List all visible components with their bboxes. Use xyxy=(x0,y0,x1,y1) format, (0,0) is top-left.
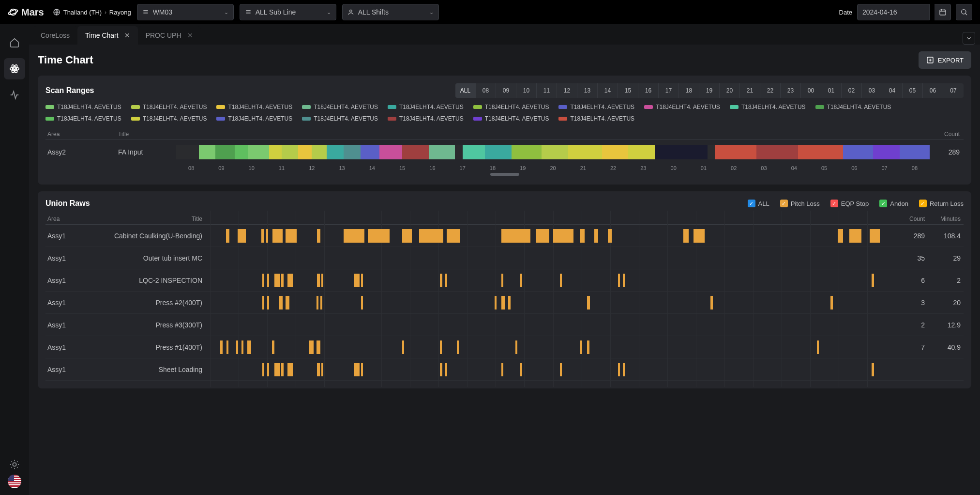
scan-segment[interactable] xyxy=(873,145,899,159)
loss-segment[interactable] xyxy=(440,274,443,287)
hour-button-03[interactable]: 03 xyxy=(862,83,882,98)
loss-segment[interactable] xyxy=(520,274,522,287)
scan-segment[interactable] xyxy=(455,145,463,159)
scan-segment[interactable] xyxy=(463,145,485,159)
breadcrumb-factory[interactable]: Rayong xyxy=(109,9,131,16)
loss-segment[interactable] xyxy=(272,229,283,243)
loss-segment[interactable] xyxy=(495,296,497,309)
loss-segment[interactable] xyxy=(445,274,447,287)
loss-segment[interactable] xyxy=(321,363,323,376)
hour-button-07[interactable]: 07 xyxy=(943,83,964,98)
loss-segment[interactable] xyxy=(872,363,874,376)
hour-button-19[interactable]: 19 xyxy=(699,83,720,98)
hour-button-ALL[interactable]: ALL xyxy=(455,83,476,98)
legend-item[interactable]: T18J4ELHT4. AEVETUS xyxy=(473,104,549,110)
close-icon[interactable]: ✕ xyxy=(124,31,130,39)
scan-segment[interactable] xyxy=(235,145,248,159)
filter-checkbox[interactable]: ✓ALL xyxy=(748,200,769,207)
filter-checkbox[interactable]: ✓Return Loss xyxy=(919,200,964,207)
legend-item[interactable]: T18J4ELHT4. AEVETUS xyxy=(730,104,806,110)
scan-segment[interactable] xyxy=(602,145,628,159)
legend-item[interactable]: T18J4ELHT4. AEVETUS xyxy=(302,115,378,122)
scan-segment[interactable] xyxy=(485,145,511,159)
scan-segment[interactable] xyxy=(269,145,282,159)
loss-segment[interactable] xyxy=(553,229,574,243)
sidebar-item-atom[interactable] xyxy=(4,58,25,79)
legend-item[interactable]: T18J4ELHT4. AEVETUS xyxy=(558,104,634,110)
scan-bar-track[interactable] xyxy=(176,145,930,159)
loss-segment[interactable] xyxy=(623,363,625,376)
row-track[interactable] xyxy=(210,296,896,309)
legend-item[interactable]: T18J4ELHT4. AEVETUS xyxy=(302,104,378,110)
hour-button-18[interactable]: 18 xyxy=(679,83,699,98)
scan-segment[interactable] xyxy=(568,145,602,159)
loss-segment[interactable] xyxy=(587,296,590,309)
loss-segment[interactable] xyxy=(267,363,269,376)
loss-segment[interactable] xyxy=(560,363,562,376)
row-track[interactable] xyxy=(210,229,896,243)
language-flag[interactable] xyxy=(8,475,21,488)
loss-segment[interactable] xyxy=(515,340,517,354)
loss-segment[interactable] xyxy=(520,363,522,376)
scan-segment[interactable] xyxy=(248,145,269,159)
loss-segment[interactable] xyxy=(447,229,460,243)
loss-segment[interactable] xyxy=(247,340,252,354)
loss-segment[interactable] xyxy=(440,363,443,376)
tab-procuph[interactable]: PROC UPH✕ xyxy=(138,26,201,45)
scan-segment[interactable] xyxy=(312,145,327,159)
legend-item[interactable]: T18J4ELHT4. AEVETUS xyxy=(45,104,121,110)
loss-segment[interactable] xyxy=(226,340,228,354)
scan-segment[interactable] xyxy=(798,145,843,159)
legend-item[interactable]: T18J4ELHT4. AEVETUS xyxy=(45,115,121,122)
loss-segment[interactable] xyxy=(321,274,323,287)
hour-button-11[interactable]: 11 xyxy=(537,83,557,98)
hour-button-14[interactable]: 14 xyxy=(598,83,618,98)
loss-segment[interactable] xyxy=(361,363,363,376)
hour-button-13[interactable]: 13 xyxy=(577,83,598,98)
loss-segment[interactable] xyxy=(501,274,503,287)
loss-segment[interactable] xyxy=(220,340,222,354)
date-input[interactable]: 2024-04-16 xyxy=(857,4,930,20)
loss-segment[interactable] xyxy=(286,296,290,309)
loss-segment[interactable] xyxy=(694,229,705,243)
filter-checkbox[interactable]: ✓Andon xyxy=(879,200,908,207)
scan-segment[interactable] xyxy=(655,145,708,159)
hour-button-04[interactable]: 04 xyxy=(882,83,903,98)
loss-segment[interactable] xyxy=(354,274,360,287)
loss-segment[interactable] xyxy=(272,340,275,354)
tab-timechart[interactable]: Time Chart✕ xyxy=(77,26,138,45)
loss-segment[interactable] xyxy=(267,296,269,309)
loss-segment[interactable] xyxy=(309,340,314,354)
legend-item[interactable]: T18J4ELHT4. AEVETUS xyxy=(131,115,207,122)
loss-segment[interactable] xyxy=(683,229,689,243)
loss-segment[interactable] xyxy=(580,229,585,243)
hour-button-21[interactable]: 21 xyxy=(740,83,760,98)
legend-item[interactable]: T18J4ELHT4. AEVETUS xyxy=(388,115,464,122)
hour-button-01[interactable]: 01 xyxy=(821,83,842,98)
scan-segment[interactable] xyxy=(628,145,654,159)
hour-button-17[interactable]: 17 xyxy=(659,83,679,98)
loss-segment[interactable] xyxy=(320,296,322,309)
scan-segment[interactable] xyxy=(715,145,756,159)
loss-segment[interactable] xyxy=(508,296,510,309)
scan-segment[interactable] xyxy=(708,145,715,159)
legend-item[interactable]: T18J4ELHT4. AEVETUS xyxy=(815,104,891,110)
legend-item[interactable]: T18J4ELHT4. AEVETUS xyxy=(473,115,549,122)
loss-segment[interactable] xyxy=(279,296,283,309)
filter-checkbox[interactable]: ✓Pitch Loss xyxy=(780,200,820,207)
sidebar-item-analytics[interactable] xyxy=(4,84,25,106)
loss-segment[interactable] xyxy=(870,229,880,243)
loss-segment[interactable] xyxy=(281,363,283,376)
tabs-dropdown[interactable] xyxy=(963,32,975,45)
scan-segment[interactable] xyxy=(843,145,873,159)
scan-segment[interactable] xyxy=(379,145,402,159)
scan-segment[interactable] xyxy=(176,145,199,159)
loss-segment[interactable] xyxy=(261,229,264,243)
tab-coreloss[interactable]: CoreLoss xyxy=(33,26,77,45)
loss-segment[interactable] xyxy=(226,229,229,243)
loss-segment[interactable] xyxy=(262,363,264,376)
row-track[interactable] xyxy=(210,274,896,287)
sidebar-item-home[interactable] xyxy=(4,32,25,53)
hour-button-23[interactable]: 23 xyxy=(781,83,801,98)
legend-item[interactable]: T18J4ELHT4. AEVETUS xyxy=(388,104,464,110)
